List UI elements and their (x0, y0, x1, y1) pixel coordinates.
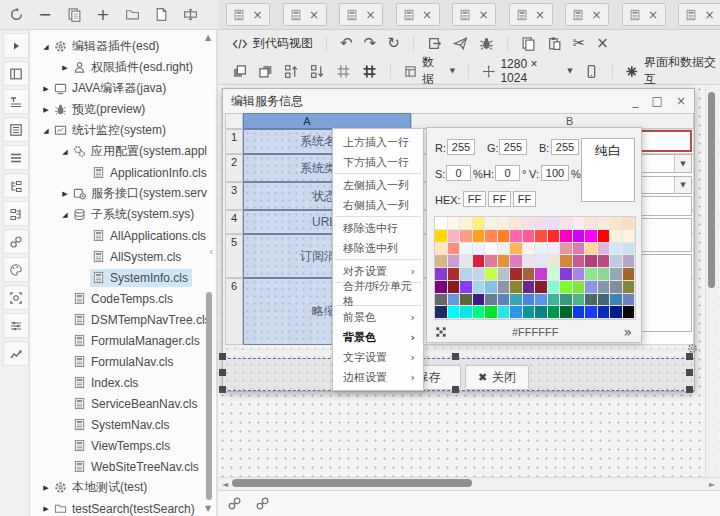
data-button[interactable]: 数据▼ (404, 54, 455, 88)
tree-item[interactable]: ◢统计监控(system) (30, 120, 216, 141)
close-tab-icon[interactable]: × (478, 9, 488, 21)
editor-tab[interactable]: × (565, 3, 609, 26)
debug-button[interactable] (479, 36, 494, 51)
tree-expander-icon[interactable]: ▶ (40, 505, 52, 513)
color-swatch[interactable] (610, 294, 623, 307)
menu-item[interactable]: 背景色› (333, 327, 423, 347)
menu-item[interactable]: 对齐设置› (333, 261, 423, 281)
tree-item[interactable]: ▶JAVA编译器(java) (30, 78, 216, 99)
interaction-button[interactable]: 界面和数据交互 (625, 54, 720, 88)
color-swatch[interactable] (548, 217, 561, 230)
color-swatch[interactable] (535, 217, 548, 230)
color-swatch[interactable] (573, 281, 586, 294)
editor-tab[interactable]: × (678, 3, 720, 26)
scroll-right-icon[interactable]: ► (709, 480, 715, 489)
color-swatch[interactable] (523, 306, 536, 319)
tree-item[interactable]: ▶testSearch(testSearch) (30, 498, 216, 516)
color-swatch[interactable] (460, 217, 473, 230)
tree-expander-icon[interactable]: ◢ (40, 43, 52, 51)
tool-text-field-button[interactable] (3, 89, 29, 114)
tree-item[interactable]: DSMTempNavTree.cls (30, 309, 216, 330)
color-swatch[interactable] (510, 268, 523, 281)
color-swatch[interactable] (435, 281, 448, 294)
color-swatch[interactable] (435, 243, 448, 256)
tool-link-button[interactable] (3, 229, 29, 254)
color-swatch[interactable] (523, 255, 536, 268)
color-swatch[interactable] (623, 255, 636, 268)
editor-tab[interactable]: × (339, 3, 383, 26)
close-tab-icon[interactable]: × (422, 9, 432, 21)
editor-tab[interactable]: × (622, 3, 666, 26)
canvas-vertical-scrollbar-thumb[interactable] (708, 92, 715, 288)
color-swatch[interactable] (623, 230, 636, 243)
resize-handle[interactable] (686, 353, 693, 360)
color-swatch[interactable] (485, 268, 498, 281)
tree-item[interactable]: Index.cls (30, 372, 216, 393)
resize-handle[interactable] (452, 386, 459, 393)
color-swatch[interactable] (485, 294, 498, 307)
close-tab-icon[interactable]: × (252, 9, 262, 21)
refresh-button[interactable]: ↻ (387, 36, 400, 51)
tree-expander-icon[interactable]: ◢ (59, 211, 71, 219)
color-swatch[interactable] (560, 230, 573, 243)
color-swatch[interactable] (485, 281, 498, 294)
menu-item[interactable]: 左侧插入一列 (333, 175, 423, 195)
tree-item[interactable]: AllSystem.cls (30, 246, 216, 267)
tree-item[interactable]: ▶权限插件(esd.right) (30, 57, 216, 78)
resize-handle[interactable] (686, 386, 693, 393)
menu-item[interactable]: 文字设置› (333, 347, 423, 367)
color-swatch[interactable] (610, 268, 623, 281)
color-swatch[interactable] (573, 243, 586, 256)
color-swatch[interactable] (598, 281, 611, 294)
color-swatch[interactable] (610, 230, 623, 243)
resize-handle[interactable] (219, 386, 226, 393)
b-input[interactable]: 255 (551, 139, 579, 155)
tool-tree-right-button[interactable] (3, 201, 29, 226)
color-swatch[interactable] (610, 306, 623, 319)
menu-item[interactable]: 移除选中行 (333, 218, 423, 238)
v-input[interactable]: 100 (541, 165, 569, 181)
color-swatch[interactable] (623, 243, 636, 256)
color-swatch[interactable] (573, 268, 586, 281)
resize-handle[interactable] (686, 369, 693, 376)
color-swatch[interactable] (623, 306, 636, 319)
tree-item[interactable]: ViewTemps.cls (30, 435, 216, 456)
color-swatch[interactable] (448, 306, 461, 319)
menu-item[interactable]: 下方插入一行 (333, 152, 423, 172)
color-swatch[interactable] (560, 243, 573, 256)
color-swatch[interactable] (523, 294, 536, 307)
color-swatch[interactable] (510, 217, 523, 230)
tree-item[interactable]: FormulaManager.cls (30, 330, 216, 351)
color-swatch[interactable] (623, 294, 636, 307)
code-view-button[interactable]: 到代码视图 (232, 35, 313, 52)
color-swatch[interactable] (548, 230, 561, 243)
tree-item[interactable]: ▶服务接口(system.serv (30, 183, 216, 204)
color-swatch[interactable] (485, 255, 498, 268)
close-button[interactable]: ✖ 关闭 (465, 365, 529, 390)
color-swatch[interactable] (535, 281, 548, 294)
color-swatch[interactable] (510, 281, 523, 294)
color-swatch[interactable] (560, 294, 573, 307)
tree-expander-icon[interactable]: ◢ (40, 127, 52, 135)
color-swatch[interactable] (598, 217, 611, 230)
dropdown-arrow-icon[interactable]: ▼ (674, 177, 691, 193)
color-swatch[interactable] (498, 243, 511, 256)
color-swatch[interactable] (523, 243, 536, 256)
tree-item[interactable]: ApplicationInfo.cls (30, 162, 216, 183)
link-icon[interactable] (255, 496, 270, 511)
color-swatch[interactable] (435, 230, 448, 243)
color-swatch[interactable] (585, 230, 598, 243)
tree-item[interactable]: WebSiteTreeNav.cls (30, 456, 216, 477)
tree-item[interactable]: FormulaNav.cls (30, 351, 216, 372)
editor-tab[interactable]: × (396, 3, 440, 26)
color-swatch[interactable] (585, 294, 598, 307)
color-swatch[interactable] (548, 294, 561, 307)
resize-handle[interactable] (219, 369, 226, 376)
color-swatch[interactable] (485, 306, 498, 319)
color-swatch[interactable] (598, 230, 611, 243)
row-header-3[interactable]: 3 (225, 182, 243, 210)
panel-collapse-icon[interactable]: ‹ (209, 246, 213, 257)
color-swatch[interactable] (448, 268, 461, 281)
tree-expander-icon[interactable]: ▶ (59, 64, 71, 72)
close-tab-icon[interactable]: × (704, 9, 714, 21)
